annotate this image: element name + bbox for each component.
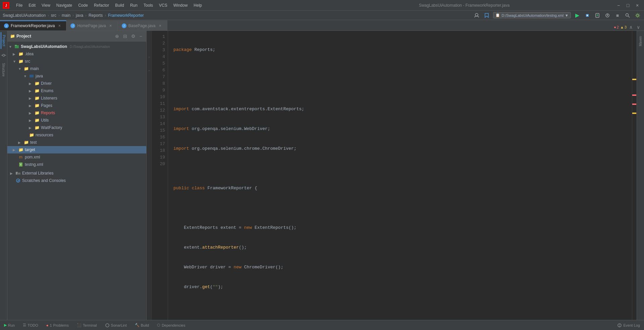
build-status-button[interactable]: 🔨 Build (133, 322, 150, 328)
tree-reports[interactable]: ▶ 📁 Reports (7, 109, 146, 117)
minimize-button[interactable]: − (614, 2, 623, 9)
code-line-14 (173, 304, 632, 310)
menu-code[interactable]: Code (75, 2, 91, 9)
tree-pages[interactable]: ▶ 📁 Pages (7, 102, 146, 109)
tree-root[interactable]: ▼ SwagLabsUiAutomation D:/SwagLabsUiAuto… (7, 43, 146, 50)
driver-folder-icon: 📁 (34, 81, 40, 86)
code-editor[interactable]: package Reports; import com.aventstack.e… (168, 31, 632, 320)
tab-close-framework[interactable]: × (57, 23, 62, 28)
tree-enums[interactable]: ▶ 📁 Enums (7, 87, 146, 94)
svg-line-13 (628, 16, 630, 17)
tree-test[interactable]: ▶ 📁 test (7, 139, 146, 146)
svg-text:J: J (5, 4, 7, 7)
tree-src[interactable]: ▼ 📁 src (7, 58, 146, 65)
code-line-4: import com.aventstack.extentreports.Exte… (173, 106, 632, 113)
stop-button[interactable]: ■ (614, 12, 621, 19)
breadcrumb-project[interactable]: SwagLabsUiAutomation (3, 13, 46, 18)
left-tool-sidebar: Project Structure (0, 31, 7, 320)
close-button[interactable]: × (633, 2, 641, 9)
menu-edit[interactable]: Edit (26, 2, 38, 9)
breadcrumb-file[interactable]: FrameworkReporter (108, 13, 144, 18)
utils-folder-icon: 📁 (34, 118, 40, 123)
problems-status-button[interactable]: ● 1 Problems (45, 323, 70, 328)
scroll-down-button[interactable]: ∨ (635, 24, 641, 30)
menu-navigate[interactable]: Navigate (54, 2, 75, 9)
commit-button[interactable] (1, 50, 7, 60)
tab-icon-framework: J (4, 23, 9, 28)
tab-close-basepage[interactable]: × (158, 23, 163, 28)
structure-button[interactable]: Structure (1, 60, 6, 79)
breadcrumb-reports[interactable]: Reports (89, 13, 103, 18)
tree-listeners[interactable]: ▶ 📁 Listeners (7, 94, 146, 102)
tree-listeners-label: Listeners (41, 96, 57, 101)
menu-run[interactable]: Run (127, 2, 140, 9)
tree-resources[interactable]: 📁 resources (7, 131, 146, 139)
settings-button[interactable] (634, 12, 641, 19)
event-log-button[interactable]: Event Log (616, 322, 641, 328)
svg-point-14 (637, 14, 639, 16)
terminal-status-button[interactable]: ⬛ Terminal (75, 322, 98, 328)
svg-rect-20 (30, 75, 34, 77)
scroll-up-button[interactable]: ∧ (628, 24, 634, 30)
menu-build[interactable]: Build (112, 2, 127, 9)
menu-help[interactable]: Help (191, 2, 205, 9)
tree-target[interactable]: ▶ 📁 target (7, 146, 146, 153)
breadcrumb-src[interactable]: src (51, 13, 56, 18)
tab-framework-reporter[interactable]: J FrameworkReporter.java × (0, 20, 66, 30)
tree-scratches[interactable]: Scratches and Consoles (7, 177, 146, 184)
fold-icon-4[interactable]: − (147, 54, 152, 60)
tree-external-libraries-label: External Libraries (22, 171, 53, 176)
menu-window[interactable]: Window (171, 2, 191, 9)
restore-button[interactable]: □ (624, 2, 632, 9)
panel-hide-button[interactable]: − (138, 33, 144, 40)
tree-reports-label: Reports (41, 111, 55, 115)
panel-collapse-button[interactable]: ⊟ (122, 33, 128, 40)
tree-waitfactory[interactable]: ▶ 📁 WaitFactory (7, 124, 146, 131)
tree-java[interactable]: ▼ java (7, 72, 146, 80)
tab-label-basepage: BasePage.java (128, 23, 156, 28)
maven-panel-button[interactable]: Maven (638, 34, 643, 49)
code-line-11: extent.attachReporter(); (173, 244, 632, 251)
tab-basepage[interactable]: J BasePage.java × (118, 20, 167, 30)
bookmark-button[interactable] (483, 12, 490, 19)
account-button[interactable] (473, 12, 480, 19)
breadcrumb-bar: SwagLabsUiAutomation › src › main › java… (0, 11, 644, 20)
breadcrumb-main[interactable]: main (62, 13, 70, 18)
run-status-button[interactable]: ▶ Run (3, 322, 16, 328)
tree-pom[interactable]: m pom.xml (7, 153, 146, 161)
menu-vcs[interactable]: VCS (156, 2, 170, 9)
menu-file[interactable]: File (13, 2, 25, 9)
tree-driver[interactable]: ▶ 📁 Driver (7, 80, 146, 87)
tree-external-libraries[interactable]: ▶ External Libraries (7, 170, 146, 177)
search-everywhere-button[interactable] (624, 12, 631, 19)
pages-folder-icon: 📁 (34, 103, 40, 108)
tree-idea[interactable]: ▶ 📁 .idea (7, 50, 146, 58)
svg-rect-24 (17, 173, 20, 175)
tree-testng[interactable]: T testng.xml (7, 161, 146, 168)
debug-button[interactable] (584, 12, 591, 19)
dependencies-status-button[interactable]: ⬡ Dependencies (156, 322, 186, 328)
tab-homepage[interactable]: J HomePage.java × (66, 20, 117, 30)
project-panel-button[interactable]: Project (1, 32, 7, 49)
menu-tools[interactable]: Tools (141, 2, 156, 9)
todo-status-button[interactable]: ☰ TODO (21, 322, 40, 328)
error-count-badge: ● 2 (614, 25, 619, 29)
tab-close-homepage[interactable]: × (108, 23, 113, 28)
coverage-button[interactable] (594, 12, 601, 19)
fold-icon-6[interactable]: − (147, 67, 152, 74)
panel-add-button[interactable]: ⊕ (114, 33, 120, 40)
run-config-selector[interactable]: 📋 D:/SwagLabsUiAutomation/testng.xml ▼ (493, 12, 571, 18)
menu-refactor[interactable]: Refactor (91, 2, 112, 9)
profile-button[interactable] (604, 12, 611, 19)
tree-driver-label: Driver (41, 81, 52, 86)
menu-view[interactable]: View (39, 2, 53, 9)
tree-java-label: java (36, 74, 43, 78)
breadcrumb-java[interactable]: java (76, 13, 83, 18)
tree-utils[interactable]: ▶ 📁 Utils (7, 117, 146, 124)
panel-settings-button[interactable]: ⚙ (130, 33, 137, 40)
run-button[interactable]: ▶ (574, 12, 581, 19)
window-controls: − □ × (614, 2, 641, 9)
svg-point-11 (607, 15, 608, 16)
tree-main[interactable]: ▼ 📁 main (7, 65, 146, 72)
sonar-status-button[interactable]: SonarLint (104, 322, 128, 328)
